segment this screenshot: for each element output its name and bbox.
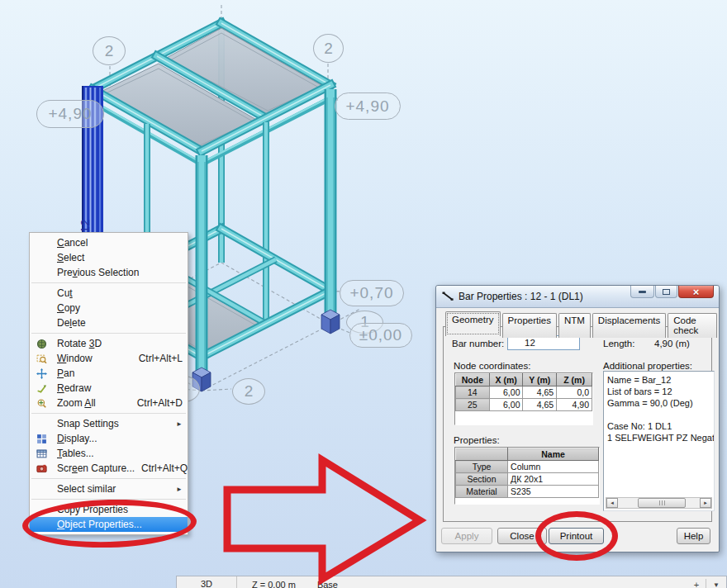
annotation-arrow [0, 0, 727, 588]
